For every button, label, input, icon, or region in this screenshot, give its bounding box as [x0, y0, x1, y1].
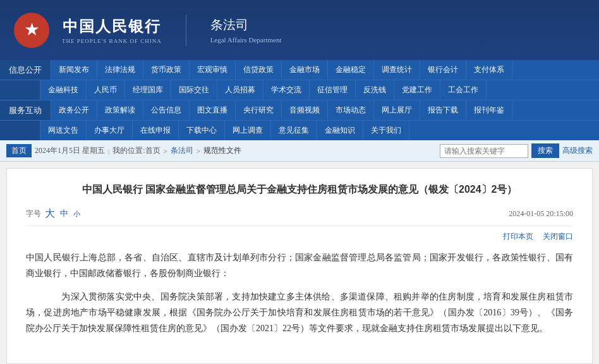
font-label: 字号 [26, 209, 41, 219]
print-link[interactable]: 打印本页 [503, 231, 533, 242]
nav-item-reports[interactable]: 报告下载 [420, 100, 466, 120]
nav-label-info: 信息公开 [0, 60, 51, 80]
breadcrumb-left: 首页 2024年1月5日 星期五 | 我的位置:首页 > 条法司 > 规范性文件 [6, 144, 241, 157]
nav-item-feedback[interactable]: 意见征集 [271, 121, 317, 140]
breadcrumb-home-btn[interactable]: 首页 [6, 144, 32, 157]
nav-item-rmb[interactable]: 人民币 [87, 80, 125, 100]
nav-item-online-report[interactable]: 在线申报 [133, 121, 179, 140]
nav-item-financial-market[interactable]: 金融市场 [282, 60, 328, 80]
nav-item-fin-knowledge[interactable]: 金融知识 [317, 121, 363, 140]
nav-item-download[interactable]: 下载中心 [179, 121, 225, 140]
nav-row-4: 网送文告 办事大厅 在线申报 下载中心 网上调查 意见征集 金融知识 关于我们 [0, 120, 599, 140]
breadcrumb-arrow-2: > [197, 147, 200, 155]
dept-name-chinese: 条法司 [210, 16, 282, 33]
nav-item-fintech[interactable]: 金融科技 [40, 80, 87, 100]
nav-item-policy-interp[interactable]: 政策解读 [97, 100, 143, 120]
article-para-1: 中国人民银行上海总部，各省、自治区、直辖市及计划单列市分行；国家金融监督管理总局… [26, 250, 573, 281]
search-button[interactable]: 搜索 [531, 143, 559, 158]
nav-item-live[interactable]: 图文直播 [190, 100, 236, 120]
nav-item-news[interactable]: 新闻发布 [51, 60, 97, 80]
font-large-btn[interactable]: 大 [44, 207, 56, 221]
font-size-control: 字号 大 中 小 [26, 207, 82, 221]
dept-name-area: 条法司 Legal Affairs Department [210, 16, 282, 44]
advanced-search-link[interactable]: 高级搜索 [562, 145, 593, 156]
nav-label-service: 服务互动 [0, 100, 51, 120]
nav-item-credit-mgmt[interactable]: 征信管理 [310, 80, 356, 100]
main-navigation: 信息公开 新闻发布 法律法规 货币政策 宏观审慎 信贷政策 金融市场 金融稳定 … [0, 60, 599, 140]
breadcrumb-arrow-1: > [164, 147, 167, 155]
nav-item-research[interactable]: 央行研究 [236, 100, 282, 120]
article-para-2: 为深入贯彻落实党中央、国务院决策部署，支持加快建立多主体供给、多渠道保障、租购并… [26, 289, 573, 337]
article-body: 中国人民银行上海总部，各省、自治区、直辖市及计划单列市分行；国家金融监督管理总局… [26, 250, 573, 337]
nav-item-online-hall[interactable]: 网上展厅 [374, 100, 420, 120]
bank-name-chinese: 中国人民银行 [63, 16, 161, 37]
nav-item-survey[interactable]: 调查统计 [374, 60, 420, 80]
nav-item-banking[interactable]: 银行会计 [420, 60, 466, 80]
nav-item-audio-video[interactable]: 音频视频 [282, 100, 328, 120]
nav-item-net-notice[interactable]: 网送文告 [40, 121, 87, 140]
close-link[interactable]: 关闭窗口 [543, 231, 573, 242]
nav-row-2-items: 金融科技 人民币 经理国库 国际交往 人员招募 学术交流 征信管理 反洗钱 党建… [40, 80, 599, 100]
dept-name-english: Legal Affairs Department [210, 36, 282, 44]
article-container: 中国人民银行 国家金融监督管理总局关于金融支持住房租赁市场发展的意见（银发〔20… [6, 168, 593, 364]
nav-item-gov-affairs[interactable]: 政务公开 [51, 100, 97, 120]
nav-item-recruitment[interactable]: 人员招募 [217, 80, 263, 100]
breadcrumb-current: 规范性文件 [203, 145, 241, 156]
nav-item-notices[interactable]: 公告信息 [143, 100, 190, 120]
nav-item-aml[interactable]: 反洗钱 [356, 80, 394, 100]
logo-text: 中国人民银行 THE PEOPLE'S BANK OF CHINA [62, 16, 162, 44]
breadcrumb-bar: 首页 2024年1月5日 星期五 | 我的位置:首页 > 条法司 > 规范性文件… [0, 140, 599, 162]
logo-area: ★ 中国人民银行 THE PEOPLE'S BANK OF CHINA 条法司 … [13, 11, 281, 49]
svg-text:★: ★ [24, 20, 40, 39]
nav-item-intl[interactable]: 国际交往 [171, 80, 217, 100]
nav-item-party[interactable]: 党建工作 [394, 80, 440, 100]
search-input[interactable] [440, 144, 528, 158]
nav-item-financial-stability[interactable]: 金融稳定 [328, 60, 374, 80]
nav-item-payment[interactable]: 支付体系 [466, 60, 512, 80]
bank-emblem-icon: ★ [13, 11, 51, 49]
nav-item-law[interactable]: 法律法规 [97, 60, 143, 80]
header-divider [186, 15, 186, 46]
article-title: 中国人民银行 国家金融监督管理总局关于金融支持住房租赁市场发展的意见（银发〔20… [26, 181, 573, 198]
article-date: 2024-01-05 20:15:00 [509, 209, 573, 219]
nav-row-2: 金融科技 人民币 经理国库 国际交往 人员招募 学术交流 征信管理 反洗钱 党建… [0, 80, 599, 100]
nav-item-union[interactable]: 工会工作 [440, 80, 487, 100]
nav-row-4-items: 网送文告 办事大厅 在线申报 下载中心 网上调查 意见征集 金融知识 关于我们 [40, 121, 599, 140]
article-meta: 字号 大 中 小 2024-01-05 20:15:00 [26, 207, 573, 226]
nav-item-about[interactable]: 关于我们 [363, 121, 409, 140]
nav-item-monetary[interactable]: 货币政策 [143, 60, 190, 80]
nav-row-3-items: 政务公开 政策解读 公告信息 图文直播 央行研究 音频视频 市场动态 网上展厅 … [51, 100, 599, 120]
breadcrumb-dept-link[interactable]: 条法司 [171, 145, 193, 156]
breadcrumb-separator-1: | [108, 147, 109, 155]
nav-item-credit[interactable]: 信贷政策 [236, 60, 282, 80]
nav-row-1: 信息公开 新闻发布 法律法规 货币政策 宏观审慎 信贷政策 金融市场 金融稳定 … [0, 60, 599, 80]
article-actions: 打印本页 关闭窗口 [26, 231, 573, 242]
site-header: ★ 中国人民银行 THE PEOPLE'S BANK OF CHINA 条法司 … [0, 0, 599, 60]
nav-item-macro[interactable]: 宏观审慎 [190, 60, 236, 80]
nav-item-treasury[interactable]: 经理国库 [125, 80, 171, 100]
nav-label-empty-1 [0, 80, 40, 100]
breadcrumb-location: 我的位置:首页 [112, 145, 160, 156]
nav-label-empty-2 [0, 121, 40, 140]
nav-row-3: 服务互动 政务公开 政策解读 公告信息 图文直播 央行研究 音频视频 市场动态 … [0, 100, 599, 120]
nav-item-market-dyn[interactable]: 市场动态 [328, 100, 374, 120]
nav-item-journals[interactable]: 报刊年鉴 [466, 100, 512, 120]
nav-item-office-hall[interactable]: 办事大厅 [87, 121, 133, 140]
nav-item-academic[interactable]: 学术交流 [263, 80, 310, 100]
bank-name-english: THE PEOPLE'S BANK OF CHINA [62, 38, 162, 44]
font-small-btn[interactable]: 小 [72, 209, 82, 219]
search-area: 搜索 高级搜索 [440, 143, 593, 158]
nav-item-survey-online[interactable]: 网上调查 [225, 121, 271, 140]
nav-row-1-items: 新闻发布 法律法规 货币政策 宏观审慎 信贷政策 金融市场 金融稳定 调查统计 … [51, 60, 599, 80]
breadcrumb-date: 2024年1月5日 星期五 [35, 145, 105, 156]
font-medium-btn[interactable]: 中 [59, 208, 70, 219]
